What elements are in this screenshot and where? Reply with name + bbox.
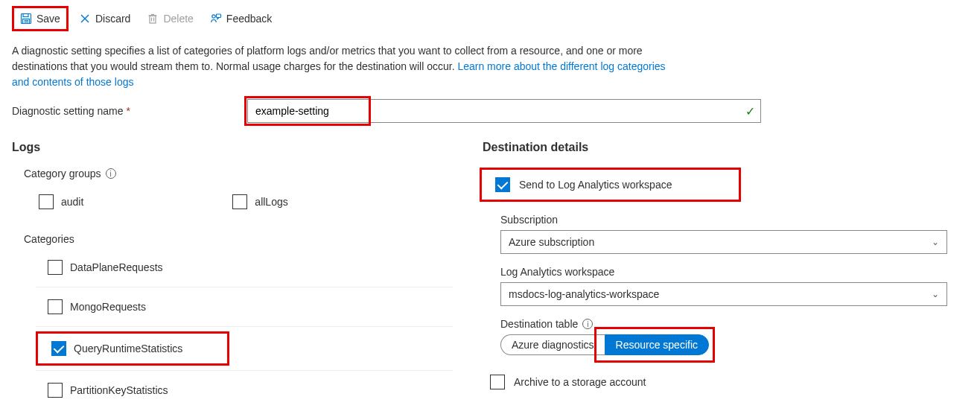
close-icon <box>79 13 91 25</box>
info-icon[interactable]: i <box>106 168 116 179</box>
subscription-select[interactable]: Azure subscription ⌄ <box>500 230 947 254</box>
workspace-value: msdocs-log-analytics-workspace <box>509 288 659 300</box>
pill-azure-diagnostics[interactable]: Azure diagnostics <box>500 334 605 355</box>
checkbox-send-law[interactable] <box>495 177 510 192</box>
checkbox-dataplanerequests[interactable] <box>48 260 63 275</box>
workspace-label: Log Analytics workspace <box>500 266 947 278</box>
checkbox-queryruntimestatistics[interactable] <box>51 341 66 356</box>
checkbox-partitionkeystatistics[interactable] <box>48 383 63 398</box>
checkbox-archive-storage[interactable] <box>490 375 505 389</box>
feedback-icon <box>210 13 222 25</box>
audit-label: audit <box>61 196 83 208</box>
discard-button[interactable]: Discard <box>73 8 136 29</box>
checkbox-mongorequests[interactable] <box>48 299 63 314</box>
delete-button: Delete <box>141 8 199 29</box>
delete-label: Delete <box>163 13 193 25</box>
alllogs-label: allLogs <box>255 196 287 208</box>
archive-label: Archive to a storage account <box>514 376 646 388</box>
dest-table-label: Destination table <box>500 318 578 330</box>
setting-name-input[interactable] <box>247 99 761 123</box>
category-label: PartitionKeyStatistics <box>70 384 168 396</box>
trash-icon <box>147 13 159 25</box>
subscription-label: Subscription <box>500 214 947 226</box>
category-label: QueryRuntimeStatistics <box>74 343 182 354</box>
checkbox-audit[interactable] <box>39 194 54 209</box>
feedback-button[interactable]: Feedback <box>204 8 278 29</box>
feedback-label: Feedback <box>226 13 272 25</box>
svg-rect-13 <box>216 14 220 18</box>
svg-rect-1 <box>23 14 28 17</box>
chevron-down-icon: ⌄ <box>932 237 939 247</box>
category-label: MongoRequests <box>70 301 146 313</box>
chevron-down-icon: ⌄ <box>932 289 939 299</box>
setting-name-label: Diagnostic setting name <box>12 105 123 117</box>
category-label: DataPlaneRequests <box>70 261 163 273</box>
info-icon[interactable]: i <box>582 319 593 329</box>
save-button[interactable]: Save <box>12 6 69 31</box>
svg-rect-2 <box>23 19 30 24</box>
save-icon <box>20 13 32 25</box>
subscription-value: Azure subscription <box>509 236 594 248</box>
description-text: A diagnostic setting specifies a list of… <box>0 36 685 90</box>
svg-point-12 <box>212 15 215 18</box>
categories-label: Categories <box>24 233 459 245</box>
destination-title: Destination details <box>483 141 968 154</box>
send-law-label: Send to Log Analytics workspace <box>519 179 672 191</box>
checkbox-alllogs[interactable] <box>232 194 247 209</box>
pill-resource-specific[interactable]: Resource specific <box>605 334 710 355</box>
svg-rect-7 <box>150 16 156 23</box>
save-label: Save <box>36 13 60 25</box>
workspace-select[interactable]: msdocs-log-analytics-workspace ⌄ <box>500 282 947 306</box>
discard-label: Discard <box>95 13 130 25</box>
category-groups-label: Category groups <box>24 168 101 179</box>
valid-icon: ✓ <box>745 104 755 118</box>
logs-title: Logs <box>12 141 459 154</box>
